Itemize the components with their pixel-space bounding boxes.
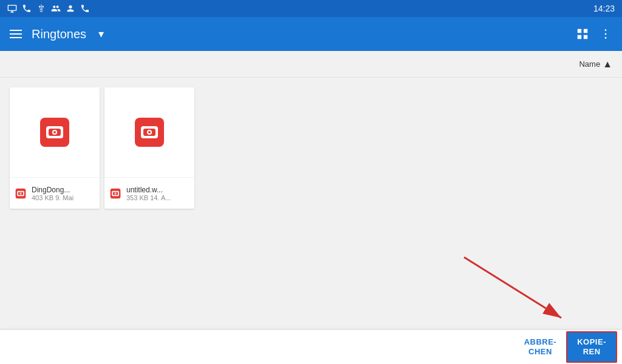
hamburger-menu-button[interactable] <box>10 30 22 38</box>
more-options-icon[interactable] <box>599 27 612 41</box>
audio-file-icon-small-2 <box>109 187 121 200</box>
bottom-action-bar: ABBRE- CHEN KOPIE- REN <box>0 330 622 364</box>
file-name-dingdong: DingDong... <box>32 186 73 194</box>
app-bar-right <box>576 27 612 41</box>
file-card-untitled[interactable]: untitled.w... 353 KB 14. A... <box>104 87 194 209</box>
audio-file-icon-large-1 <box>38 115 72 149</box>
svg-point-8 <box>53 131 56 133</box>
title-dropdown-icon[interactable]: ▾ <box>98 27 104 41</box>
file-footer-untitled: untitled.w... 353 KB 14. A... <box>104 177 194 209</box>
call-icon <box>80 4 90 13</box>
arrow-annotation <box>428 251 622 330</box>
svg-point-13 <box>20 193 21 194</box>
file-preview-untitled <box>104 87 194 177</box>
status-icons <box>7 4 90 13</box>
svg-rect-0 <box>8 5 16 11</box>
app-bar: Ringtones ▾ <box>0 17 622 51</box>
copy-button[interactable]: KOPIE- REN <box>566 331 617 362</box>
screen-icon <box>7 4 17 13</box>
person-icon <box>66 4 75 13</box>
file-footer-dingdong: DingDong... 403 KB 9. Mai <box>10 177 100 209</box>
file-meta-untitled: 353 KB 14. A... <box>126 194 171 201</box>
sort-name-label[interactable]: Name ▲ <box>579 59 612 70</box>
svg-line-25 <box>464 257 561 318</box>
audio-file-icon-large-2 <box>132 115 166 149</box>
file-meta-dingdong: 403 KB 9. Mai <box>32 194 73 201</box>
file-name-untitled: untitled.w... <box>126 186 171 194</box>
app-bar-title: Ringtones <box>32 27 86 41</box>
sort-bar: Name ▲ <box>0 51 622 78</box>
file-info-dingdong: DingDong... 403 KB 9. Mai <box>32 186 73 201</box>
audio-file-icon-small-1 <box>15 187 27 200</box>
svg-point-2 <box>605 33 607 35</box>
status-bar: 14:23 <box>0 0 622 17</box>
sort-arrow-icon: ▲ <box>603 59 612 70</box>
contacts-icon <box>51 4 61 13</box>
file-grid: DingDong... 403 KB 9. Mai <box>0 78 622 218</box>
svg-point-23 <box>115 193 116 194</box>
file-card-dingdong[interactable]: DingDong... 403 KB 9. Mai <box>10 87 100 209</box>
svg-point-18 <box>148 131 151 133</box>
grid-view-icon[interactable] <box>576 27 589 41</box>
svg-point-1 <box>605 29 607 31</box>
file-info-untitled: untitled.w... 353 KB 14. A... <box>126 186 171 201</box>
cancel-button[interactable]: ABBRE- CHEN <box>517 332 564 361</box>
phone-icon <box>22 4 32 13</box>
app-bar-left: Ringtones ▾ <box>10 27 104 41</box>
svg-point-3 <box>605 37 607 39</box>
usb-icon <box>36 4 46 13</box>
status-time: 14:23 <box>593 4 615 13</box>
file-preview-dingdong <box>10 87 100 177</box>
